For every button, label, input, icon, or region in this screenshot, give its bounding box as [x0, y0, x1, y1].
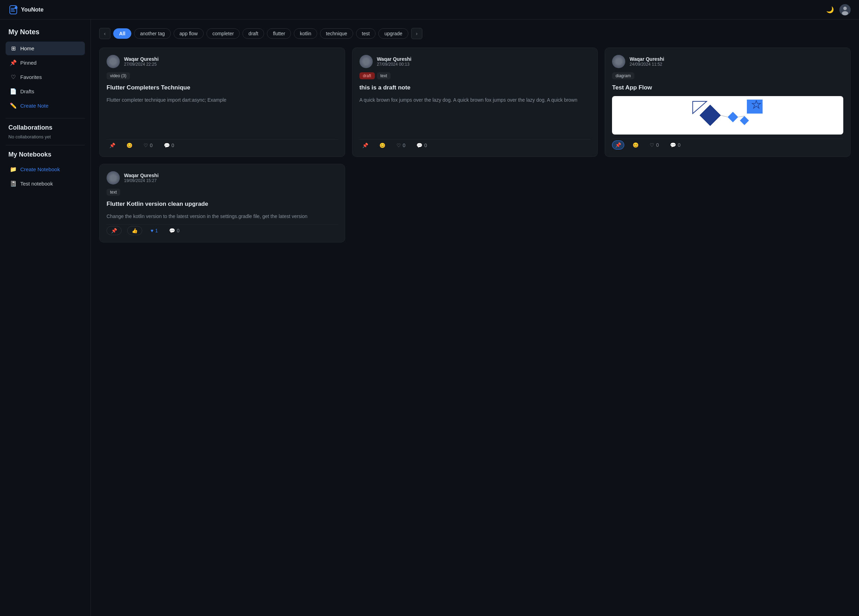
sidebar-item-favorites-label: Favorites	[20, 74, 42, 80]
layout: My Notes ⊞ Home 📌 Pinned ♡ Favorites 📄 D…	[0, 20, 859, 616]
svg-point-3	[842, 11, 848, 16]
note-like-up-button-4[interactable]: 👍	[127, 226, 142, 235]
note-like-count-1: 0	[150, 142, 153, 148]
note-author-info-1: Waqar Qureshi 27/09/2024 22:25	[124, 56, 159, 67]
note-actions-4: 📌 👍 ♥ 1 💬 0	[106, 224, 338, 235]
sidebar-item-pinned[interactable]: 📌 Pinned	[6, 56, 85, 70]
sidebar-item-drafts[interactable]: 📄 Drafts	[6, 84, 85, 98]
note-author-name-2: Waqar Qureshi	[377, 56, 412, 62]
tag-kotlin-button[interactable]: kotlin	[294, 28, 317, 39]
notebooks-title: My Notebooks	[6, 151, 85, 158]
app-name: YouNote	[21, 7, 44, 13]
comment-action-icon-2: 💬	[416, 142, 422, 148]
note-comment-count-4: 0	[177, 228, 180, 233]
sidebar-item-favorites[interactable]: ♡ Favorites	[6, 70, 85, 84]
note-pin-button-2[interactable]: 📌	[359, 141, 371, 150]
sidebar: My Notes ⊞ Home 📌 Pinned ♡ Favorites 📄 D…	[0, 20, 91, 616]
heart-action-icon-3: ♡	[650, 142, 654, 148]
note-comment-button-2[interactable]: 💬 0	[414, 141, 430, 150]
topnav-actions: 🌙	[826, 4, 851, 16]
sidebar-divider-1	[6, 118, 85, 119]
create-notebook-icon: 📁	[10, 166, 17, 173]
pin-icon: 📌	[10, 59, 17, 66]
tags-prev-button[interactable]: ‹	[99, 28, 110, 39]
create-note-label: Create Note	[20, 103, 48, 109]
note-comment-count-1: 0	[172, 142, 174, 148]
note-pin-button-1[interactable]: 📌	[106, 141, 118, 150]
draft-icon: 📄	[10, 88, 17, 95]
topnav: YouNote 🌙	[0, 0, 859, 20]
theme-toggle-icon[interactable]: 🌙	[826, 6, 834, 14]
note-title-4: Flutter Kotlin version clean upgrade	[106, 200, 338, 208]
note-excerpt-1: Flutter completer technique import dart:…	[106, 96, 338, 104]
tag-all-button[interactable]: All	[113, 28, 131, 39]
note-header-2: Waqar Qureshi 27/09/2024 00:13	[359, 55, 591, 68]
note-card-2[interactable]: Waqar Qureshi 27/09/2024 00:13 draft tex…	[352, 47, 598, 157]
notebook-icon: 📓	[10, 180, 17, 187]
tag-draft-button[interactable]: draft	[242, 28, 264, 39]
create-note-button[interactable]: ✏️ Create Note	[6, 99, 85, 113]
note-like-button-3[interactable]: ♡ 0	[647, 141, 662, 149]
note-comment-button-3[interactable]: 💬 0	[667, 141, 683, 149]
note-author-info-3: Waqar Qureshi 24/09/2024 11:52	[629, 56, 664, 67]
note-header-3: Waqar Qureshi 24/09/2024 11:52	[612, 55, 843, 68]
app-logo[interactable]: YouNote	[8, 5, 44, 15]
note-author-name-3: Waqar Qureshi	[629, 56, 664, 62]
note-author-date-3: 24/09/2024 11:52	[629, 62, 664, 67]
logo-icon	[8, 5, 18, 15]
comment-action-icon-3: 💬	[670, 142, 676, 148]
note-tag-2-1: text	[377, 72, 390, 79]
right-arrow-icon: ›	[416, 31, 417, 36]
note-card-1[interactable]: Waqar Qureshi 27/09/2024 22:25 video (3)…	[99, 47, 345, 157]
note-actions-3: 📌 😊 ♡ 0 💬 0	[612, 139, 843, 150]
create-notebook-label: Create Notebook	[20, 166, 60, 172]
tag-another-tag-button[interactable]: another tag	[134, 28, 171, 39]
tag-test-button[interactable]: test	[356, 28, 376, 39]
tag-app-flow-button[interactable]: app flow	[173, 28, 204, 39]
note-tag-2-0: draft	[359, 72, 375, 79]
tag-upgrade-button[interactable]: upgrade	[378, 28, 408, 39]
note-tag-3-0: diagram	[612, 72, 634, 79]
note-card-4[interactable]: Waqar Qureshi 19/09/2024 15:27 text Flut…	[99, 164, 345, 242]
note-author-name-1: Waqar Qureshi	[124, 56, 159, 62]
note-emoji-button-1[interactable]: 😊	[124, 141, 135, 150]
create-note-icon: ✏️	[10, 102, 17, 109]
note-pin-button-3[interactable]: 📌	[612, 141, 624, 150]
note-comment-button-4[interactable]: 💬 0	[166, 227, 182, 235]
note-pin-button-4[interactable]: 📌	[106, 226, 122, 235]
user-avatar[interactable]	[839, 4, 851, 16]
sidebar-item-test-notebook[interactable]: 📓 Test notebook	[6, 177, 85, 191]
sidebar-item-pinned-label: Pinned	[20, 60, 37, 66]
note-comment-button-1[interactable]: 💬 0	[161, 141, 177, 150]
emoji-action-icon-3: 😊	[633, 142, 639, 148]
note-like-button-4[interactable]: ♥ 1	[148, 227, 161, 235]
tag-flutter-button[interactable]: flutter	[267, 28, 291, 39]
heart-icon: ♡	[10, 74, 17, 80]
svg-point-2	[843, 7, 847, 10]
sidebar-item-home[interactable]: ⊞ Home	[6, 42, 85, 55]
tag-completer-button[interactable]: completer	[206, 28, 240, 39]
note-emoji-button-3[interactable]: 😊	[630, 141, 641, 149]
tag-technique-button[interactable]: technique	[320, 28, 353, 39]
note-author-avatar-4	[106, 171, 120, 184]
left-arrow-icon: ‹	[104, 31, 106, 36]
comment-action-icon-1: 💬	[164, 142, 170, 148]
note-like-button-2[interactable]: ♡ 0	[394, 141, 408, 150]
heart-action-icon-4: ♥	[151, 228, 153, 233]
notes-grid: Waqar Qureshi 27/09/2024 22:25 video (3)…	[99, 47, 851, 242]
note-author-info-4: Waqar Qureshi 19/09/2024 15:27	[124, 173, 159, 183]
note-author-date-4: 19/09/2024 15:27	[124, 178, 159, 183]
create-notebook-button[interactable]: 📁 Create Notebook	[6, 163, 85, 176]
note-tags-3: diagram	[612, 72, 843, 79]
main-content: ‹ All another tag app flow completer dra…	[91, 20, 859, 616]
note-author-avatar-2	[359, 55, 373, 68]
note-emoji-button-2[interactable]: 😊	[376, 141, 388, 150]
note-diagram-image-3	[612, 96, 843, 134]
tags-next-button[interactable]: ›	[411, 28, 422, 39]
tags-bar: ‹ All another tag app flow completer dra…	[99, 28, 851, 39]
note-card-3[interactable]: Waqar Qureshi 24/09/2024 11:52 diagram T…	[605, 47, 851, 157]
pin-action-icon-4: 📌	[111, 228, 117, 233]
note-like-button-1[interactable]: ♡ 0	[141, 141, 155, 150]
heart-action-icon-2: ♡	[397, 142, 401, 148]
note-header-4: Waqar Qureshi 19/09/2024 15:27	[106, 171, 338, 184]
